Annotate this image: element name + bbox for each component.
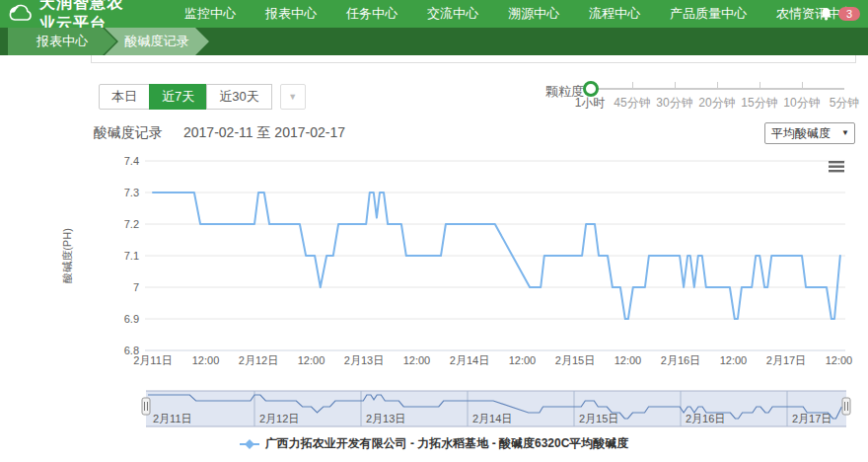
x-axis-label: 2月11日: [133, 354, 173, 366]
granularity-option-6[interactable]: 5分钟: [830, 95, 860, 112]
top-navbar: 天润智慧农业云平台 监控中心报表中心任务中心交流中心溯源中心流程中心产品质量中心…: [0, 0, 868, 28]
breadcrumb-item-reports[interactable]: 报表中心: [8, 28, 116, 55]
y-axis-label: 7.4: [124, 155, 139, 167]
x-axis-label: 2月16日: [661, 354, 700, 366]
granularity-option-3[interactable]: 20分钟: [698, 95, 735, 112]
granularity-option-5[interactable]: 10分钟: [783, 95, 820, 112]
series-select-value: 平均酸碱度: [771, 126, 831, 140]
range-button-0[interactable]: 本日: [99, 84, 150, 110]
navigator-date-label: 2月11日: [153, 413, 192, 424]
series-type-select[interactable]: 平均酸碱度 ▼: [764, 122, 855, 144]
navigator-date-label: 2月16日: [686, 413, 725, 424]
x-axis-label: 12:00: [403, 354, 431, 366]
chart-menu-icon[interactable]: [829, 170, 844, 172]
legend-series-name: 广西力拓农业开发有限公司 - 力拓水稻基地 - 酸碱度6320C平均酸碱度: [265, 435, 629, 452]
nav-item-0[interactable]: 监控中心: [170, 0, 251, 28]
x-axis-label: 2月14日: [450, 354, 489, 366]
nav-right: 3: [820, 0, 860, 28]
ph-line-chart: 7.47.37.27.176.96.8酸碱度(PH)2月11日12:002月12…: [0, 148, 868, 462]
navigator-left-handle[interactable]: [142, 398, 150, 415]
x-axis-label: 2月12日: [239, 354, 278, 366]
granularity-tick: [802, 82, 803, 89]
y-axis-label: 6.9: [124, 313, 139, 325]
range-button-1[interactable]: 近7天: [149, 84, 207, 110]
notification-badge[interactable]: 3: [838, 7, 860, 21]
x-axis-label: 2月13日: [344, 354, 384, 366]
y-axis-label: 7.2: [124, 218, 139, 230]
nav-item-6[interactable]: 产品质量中心: [655, 0, 761, 28]
y-axis-label: 7.3: [124, 187, 139, 198]
x-axis-label: 12:00: [509, 354, 537, 366]
x-axis-label: 12:00: [615, 354, 642, 366]
legend-marker-icon: [240, 439, 259, 449]
granularity-tick: [632, 82, 633, 89]
nav-menu: 监控中心报表中心任务中心交流中心溯源中心流程中心产品质量中心农情资讯中心: [170, 0, 868, 28]
report-title: 酸碱度记录: [94, 124, 163, 142]
x-axis-label: 12:00: [826, 354, 853, 366]
y-axis-title: 酸碱度(PH): [61, 228, 73, 283]
x-axis-label: 2月15日: [555, 354, 595, 366]
report-date-range: 2017-02-11 至 2017-02-17: [183, 124, 345, 142]
chart-menu-icon[interactable]: [829, 161, 844, 163]
page-root: 天润智慧农业云平台 监控中心报表中心任务中心交流中心溯源中心流程中心产品质量中心…: [0, 0, 868, 462]
granularity-option-4[interactable]: 15分钟: [741, 95, 777, 112]
granularity-tick: [717, 82, 718, 89]
breadcrumb-item-ph-record[interactable]: 酸碱度记录: [105, 28, 209, 55]
range-button-2[interactable]: 近30天: [206, 84, 271, 110]
granularity-tick: [760, 82, 760, 89]
range-dropdown-button[interactable]: ▼: [280, 84, 306, 110]
granularity-option-0[interactable]: 1小时: [575, 95, 606, 112]
nav-item-4[interactable]: 溯源中心: [493, 0, 574, 28]
granularity-option-1[interactable]: 45分钟: [614, 95, 650, 112]
y-axis-label: 7.1: [124, 250, 139, 262]
x-axis-label: 12:00: [298, 354, 326, 366]
x-axis-label: 12:00: [192, 354, 220, 366]
navigator-date-label: 2月13日: [366, 413, 405, 424]
y-axis-label: 7: [133, 281, 139, 293]
breadcrumb: 报表中心 酸碱度记录: [0, 28, 868, 55]
bell-icon[interactable]: [820, 7, 832, 21]
nav-item-2[interactable]: 任务中心: [331, 0, 412, 28]
nav-item-5[interactable]: 流程中心: [574, 0, 655, 28]
cloud-leaf-logo-icon: [8, 4, 34, 24]
navigator-date-label: 2月12日: [259, 413, 299, 424]
nav-item-3[interactable]: 交流中心: [412, 0, 493, 28]
granularity-option-2[interactable]: 30分钟: [656, 95, 692, 112]
collapsed-filter-panel-edge: [91, 55, 856, 63]
nav-item-1[interactable]: 报表中心: [251, 0, 331, 28]
navigator-date-label: 2月17日: [792, 413, 832, 424]
date-range-button-group: 本日近7天近30天▼: [99, 84, 306, 110]
navigator-right-handle[interactable]: [842, 398, 850, 415]
x-axis-label: 2月17日: [766, 354, 806, 366]
chart-legend[interactable]: 广西力拓农业开发有限公司 - 力拓水稻基地 - 酸碱度6320C平均酸碱度: [0, 435, 868, 452]
chevron-down-icon: ▼: [841, 123, 849, 143]
chart-menu-icon[interactable]: [829, 166, 844, 168]
granularity-tick: [675, 82, 676, 89]
x-axis-label: 12:00: [720, 354, 748, 366]
navigator-date-label: 2月15日: [579, 413, 618, 424]
navigator-date-label: 2月14日: [472, 413, 512, 424]
